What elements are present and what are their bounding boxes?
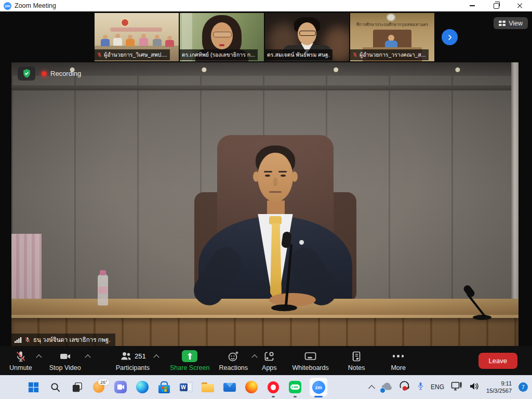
- participant-filmstrip: ผู้อำนวยการ_วิเศษ_สพป.... ดร.เกศทิพย์ (ร…: [95, 13, 434, 61]
- search-icon: [50, 382, 61, 393]
- taskbar-firefox[interactable]: [244, 376, 259, 398]
- volume-tray-icon[interactable]: [469, 382, 480, 393]
- participants-count: 251: [135, 352, 146, 360]
- tray-expand-chevron[interactable]: [368, 385, 375, 392]
- participant-name-label: ผู้อำนวยการ_วิเศษ_สพป....: [95, 49, 170, 60]
- curtain: [11, 234, 42, 302]
- participant-thumbnail-2[interactable]: ดร.เกศทิพย์ (รองเลขาธิการ ก...: [180, 13, 264, 61]
- taskbar-mail[interactable]: [222, 376, 237, 398]
- reactions-options-chevron[interactable]: [251, 354, 257, 360]
- screen-recorder-tray-icon[interactable]: [399, 381, 410, 393]
- participant-thumbnail-3[interactable]: ดร.สมเจตน์ พันธ์พรม ศนฐ.: [265, 13, 349, 61]
- unmute-label: Unmute: [9, 364, 32, 371]
- taskbar-opera[interactable]: [266, 376, 281, 398]
- task-view-button[interactable]: [70, 376, 84, 398]
- speaker-tie: [270, 223, 282, 302]
- opera-icon: [268, 381, 279, 393]
- grid-view-icon: [499, 20, 506, 26]
- unmute-options-chevron[interactable]: [36, 354, 42, 360]
- whiteboards-label: Whiteboards: [292, 364, 329, 371]
- date: 15/3/2567: [486, 387, 512, 394]
- taskbar-file-explorer[interactable]: [201, 376, 215, 398]
- apps-button[interactable]: Apps: [260, 346, 279, 375]
- participant-name-label: ดร.เกศทิพย์ (รองเลขาธิการ ก...: [180, 49, 258, 60]
- window-title: Zoom Meeting: [15, 2, 56, 9]
- restore-button[interactable]: [484, 0, 508, 11]
- speaker-hands: [269, 293, 316, 307]
- taskbar-line[interactable]: LINE: [288, 376, 302, 398]
- close-icon: [517, 3, 523, 9]
- shield-check-icon: [22, 69, 31, 78]
- more-button[interactable]: More: [389, 346, 407, 375]
- leave-button[interactable]: Leave: [478, 353, 517, 369]
- notification-badge[interactable]: 7: [518, 382, 528, 392]
- video-camera-icon: [59, 350, 72, 363]
- apps-label: Apps: [262, 364, 277, 371]
- view-button-label: View: [509, 20, 523, 27]
- folder-icon: [202, 382, 214, 392]
- restore-icon: [494, 3, 499, 9]
- participants-button[interactable]: 251 Participants: [114, 346, 152, 375]
- participants-options-chevron[interactable]: [153, 354, 159, 360]
- zoom-toolbar: Unmute Stop Video 251 Participants: [0, 346, 532, 375]
- mic-tray-icon[interactable]: [417, 381, 424, 393]
- recording-indicator[interactable]: Recording: [18, 66, 81, 81]
- participant-name: ดร.เกศทิพย์ (รองเลขาธิการ ก...: [182, 50, 255, 59]
- taskbar-search-button[interactable]: [48, 376, 62, 398]
- word-icon: W: [180, 381, 193, 393]
- store-icon: [158, 381, 170, 393]
- record-arrow-icon: [399, 381, 410, 391]
- view-button[interactable]: View: [494, 17, 528, 29]
- apps-icon: [263, 350, 275, 363]
- language-indicator[interactable]: ENG: [431, 383, 444, 391]
- participant-thumbnail-4[interactable]: ที่การศึกษาประถมศึกษากรุงเทพมหานคร ผู้อำ…: [350, 13, 434, 61]
- taskbar-chat-app[interactable]: [113, 376, 128, 398]
- signal-strength-icon: [15, 337, 22, 343]
- title-bar: zm Zoom Meeting: [0, 0, 532, 11]
- close-button[interactable]: [508, 0, 532, 11]
- taskbar-microsoft-store[interactable]: [157, 376, 171, 398]
- notes-icon: [350, 350, 363, 363]
- muted-mic-icon: [15, 350, 27, 363]
- onedrive-tray-icon[interactable]: [381, 382, 392, 392]
- windows-logo-icon: [28, 381, 39, 393]
- mail-icon: [223, 383, 236, 392]
- participants-label: Participants: [116, 364, 150, 371]
- whiteboards-button[interactable]: Whiteboards: [290, 346, 331, 375]
- microphone-icon: [417, 381, 424, 391]
- office-emblem: [387, 14, 395, 21]
- minimize-button[interactable]: [460, 0, 484, 11]
- stop-video-button[interactable]: Stop Video: [47, 346, 83, 375]
- participant-thumbnail-1[interactable]: ผู้อำนวยการ_วิเศษ_สพป....: [95, 13, 179, 61]
- desk: [11, 299, 518, 316]
- taskbar-zoom-active[interactable]: zm: [310, 376, 327, 398]
- participant-name: ผู้อำนวยการ_วรางคณา_ส...: [360, 50, 426, 59]
- filmstrip-next-button[interactable]: [442, 29, 458, 45]
- muted-mic-icon: [352, 52, 358, 58]
- share-screen-label: Share Screen: [170, 364, 209, 371]
- share-screen-button[interactable]: Share Screen: [168, 346, 211, 375]
- reactions-button[interactable]: Reactions: [217, 346, 250, 375]
- participant-name: ดร.สมเจตน์ พันธ์พรม ศนฐ.: [267, 50, 330, 59]
- speaker-name: ธนุ วงษ์จินดา เลขาธิการ กพฐ.: [33, 335, 111, 344]
- clock[interactable]: 9:11 15/3/2567: [486, 380, 512, 395]
- temperature-badge: 26°: [98, 379, 109, 385]
- unmute-button[interactable]: Unmute: [7, 346, 34, 375]
- notes-button[interactable]: Notes: [346, 346, 367, 375]
- minimize-icon: [470, 5, 475, 6]
- taskbar-word[interactable]: W: [179, 376, 193, 398]
- start-button[interactable]: [26, 376, 41, 398]
- share-screen-icon: [182, 350, 197, 362]
- more-dots-icon: [393, 350, 404, 363]
- zoom-app-icon: zm: [4, 2, 11, 10]
- line-icon: LINE: [289, 381, 301, 393]
- video-options-chevron[interactable]: [85, 354, 90, 360]
- monitor-pen-icon: [451, 381, 462, 391]
- meeting-area: ผู้อำนวยการ_วิเศษ_สพป.... ดร.เกศทิพย์ (ร…: [0, 11, 532, 346]
- pen-display-tray-icon[interactable]: [451, 381, 462, 393]
- security-shield-button[interactable]: [18, 66, 35, 81]
- main-speaker-video: Recording ธนุ วงษ์จินดา เลขาธิการ กพฐ.: [11, 62, 518, 346]
- more-label: More: [391, 364, 405, 371]
- weather-widget[interactable]: 26°: [91, 376, 106, 398]
- taskbar-edge[interactable]: [135, 376, 150, 398]
